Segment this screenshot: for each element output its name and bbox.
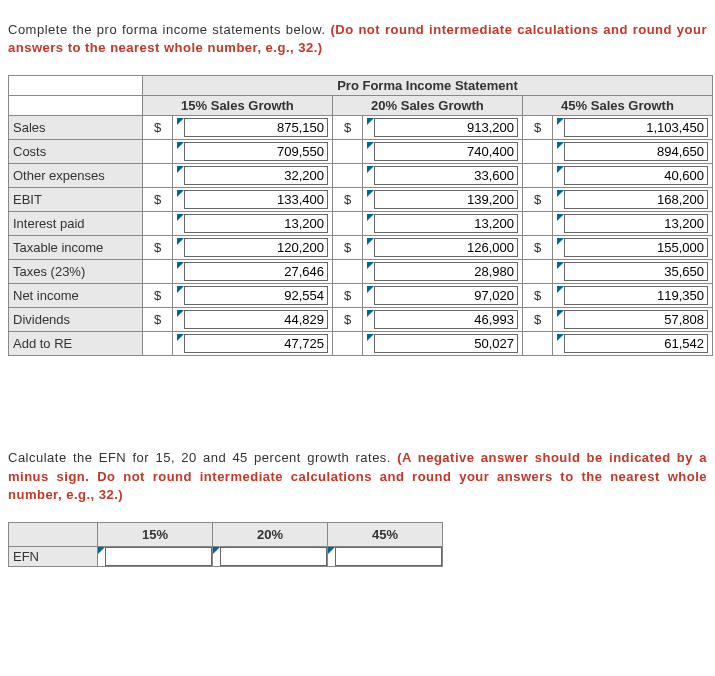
field-flag-icon	[328, 547, 335, 554]
currency-symbol	[522, 332, 552, 356]
value-input[interactable]	[184, 238, 328, 257]
value-input[interactable]	[564, 286, 708, 305]
efn-col-45: 45%	[328, 522, 443, 546]
value-cell	[173, 164, 333, 188]
value-input[interactable]	[564, 166, 708, 185]
value-input[interactable]	[374, 334, 518, 353]
currency-symbol	[332, 260, 362, 284]
value-input[interactable]	[184, 118, 328, 137]
value-input[interactable]	[564, 334, 708, 353]
value-input[interactable]	[564, 118, 708, 137]
value-input[interactable]	[564, 310, 708, 329]
field-flag-icon	[177, 118, 184, 125]
value-cell	[553, 212, 713, 236]
value-input[interactable]	[374, 118, 518, 137]
value-input[interactable]	[184, 142, 328, 161]
value-input[interactable]	[564, 238, 708, 257]
field-flag-icon	[367, 142, 374, 149]
value-cell	[553, 284, 713, 308]
value-input[interactable]	[184, 190, 328, 209]
field-flag-icon	[213, 547, 220, 554]
field-flag-icon	[177, 334, 184, 341]
field-flag-icon	[177, 166, 184, 173]
value-input[interactable]	[374, 166, 518, 185]
currency-symbol	[522, 140, 552, 164]
value-input[interactable]	[374, 190, 518, 209]
value-cell	[363, 308, 523, 332]
table-title: Pro Forma Income Statement	[142, 76, 712, 96]
value-input[interactable]	[374, 310, 518, 329]
efn-input-20[interactable]	[220, 547, 327, 566]
instruction-2-text: Calculate the EFN for 15, 20 and 45 perc…	[8, 450, 397, 465]
efn-cell-15	[98, 546, 213, 566]
efn-cell-45	[328, 546, 443, 566]
field-flag-icon	[557, 238, 564, 245]
table-row: Add to RE	[9, 332, 713, 356]
field-flag-icon	[177, 214, 184, 221]
efn-col-20: 20%	[213, 522, 328, 546]
table-row: Sales$$$	[9, 116, 713, 140]
efn-row-label: EFN	[9, 546, 98, 566]
value-input[interactable]	[184, 310, 328, 329]
row-label: Dividends	[9, 308, 143, 332]
currency-symbol: $	[142, 284, 172, 308]
value-input[interactable]	[184, 334, 328, 353]
value-input[interactable]	[374, 286, 518, 305]
value-input[interactable]	[374, 142, 518, 161]
col-header-45: 45% Sales Growth	[522, 96, 712, 116]
efn-input-45[interactable]	[335, 547, 442, 566]
currency-symbol: $	[332, 308, 362, 332]
value-input[interactable]	[184, 214, 328, 233]
efn-input-15[interactable]	[105, 547, 212, 566]
value-cell	[173, 188, 333, 212]
row-label: Taxable income	[9, 236, 143, 260]
currency-symbol	[142, 212, 172, 236]
value-input[interactable]	[564, 142, 708, 161]
field-flag-icon	[177, 262, 184, 269]
value-input[interactable]	[184, 286, 328, 305]
field-flag-icon	[557, 334, 564, 341]
field-flag-icon	[177, 286, 184, 293]
row-label: Net income	[9, 284, 143, 308]
row-label: Sales	[9, 116, 143, 140]
value-cell	[173, 116, 333, 140]
value-cell	[363, 332, 523, 356]
value-input[interactable]	[374, 262, 518, 281]
value-cell	[363, 164, 523, 188]
currency-symbol: $	[522, 284, 552, 308]
value-cell	[553, 164, 713, 188]
value-cell	[553, 308, 713, 332]
table-row: Interest paid	[9, 212, 713, 236]
field-flag-icon	[557, 190, 564, 197]
efn-corner	[9, 522, 98, 546]
table-row: Dividends$$$	[9, 308, 713, 332]
currency-symbol: $	[142, 308, 172, 332]
value-cell	[553, 188, 713, 212]
value-input[interactable]	[374, 214, 518, 233]
currency-symbol: $	[332, 116, 362, 140]
value-input[interactable]	[184, 166, 328, 185]
value-input[interactable]	[564, 214, 708, 233]
value-input[interactable]	[184, 262, 328, 281]
value-cell	[173, 140, 333, 164]
value-cell	[363, 260, 523, 284]
value-input[interactable]	[564, 262, 708, 281]
value-input[interactable]	[564, 190, 708, 209]
row-label: EBIT	[9, 188, 143, 212]
value-cell	[173, 236, 333, 260]
table-row: Costs	[9, 140, 713, 164]
value-cell	[173, 284, 333, 308]
efn-cell-20	[213, 546, 328, 566]
value-cell	[553, 332, 713, 356]
row-label: Other expenses	[9, 164, 143, 188]
row-label: Interest paid	[9, 212, 143, 236]
table-row: Taxes (23%)	[9, 260, 713, 284]
value-input[interactable]	[374, 238, 518, 257]
currency-symbol	[332, 212, 362, 236]
value-cell	[553, 140, 713, 164]
pro-forma-table: Pro Forma Income Statement 15% Sales Gro…	[8, 75, 713, 356]
value-cell	[363, 236, 523, 260]
currency-symbol: $	[332, 188, 362, 212]
currency-symbol	[142, 332, 172, 356]
table-row: Other expenses	[9, 164, 713, 188]
